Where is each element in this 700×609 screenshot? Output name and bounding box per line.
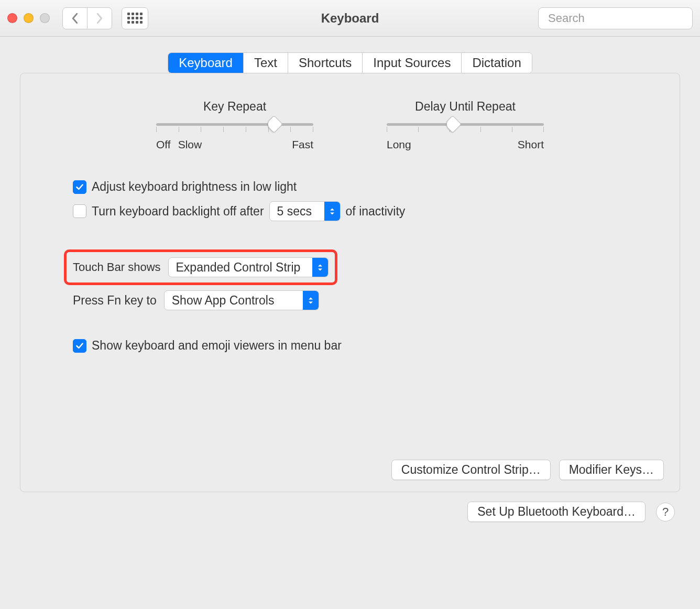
delay-repeat-title: Delay Until Repeat [387,100,544,114]
fn-key-popup[interactable]: Show App Controls [164,290,319,310]
chevron-left-icon [71,13,79,24]
titlebar: Keyboard [0,0,700,37]
grid-icon [127,13,143,24]
tab-row: Keyboard Text Shortcuts Input Sources Di… [4,52,696,73]
nav-group [62,7,112,29]
settings-panel: Key Repeat Off Slow Fast Delay Until Rep… [20,73,680,492]
delay-repeat-block: Delay Until Repeat Long Short [387,100,544,151]
fn-key-row: Press Fn key to Show App Controls [73,290,627,310]
chevron-right-icon [96,13,103,24]
key-repeat-slow-label: Slow [178,138,202,151]
chevron-down-icon [318,268,323,271]
backlight-timeout-value: 5 secs [277,204,319,219]
footer-row: Set Up Bluetooth Keyboard… ? [4,492,696,522]
search-field[interactable] [538,7,693,29]
touch-bar-popup[interactable]: Expanded Control Strip [168,257,329,277]
minimize-window-button[interactable] [24,13,34,23]
chevron-down-icon [308,301,313,304]
chevron-down-icon [330,212,335,215]
check-icon [75,341,84,351]
bluetooth-keyboard-button[interactable]: Set Up Bluetooth Keyboard… [467,502,646,522]
delay-repeat-slider[interactable] [387,123,544,132]
stepper-icon [324,202,340,221]
key-repeat-title: Key Repeat [156,100,313,114]
backlight-off-label-2: of inactivity [346,204,406,219]
adjust-brightness-label: Adjust keyboard brightness in low light [92,180,297,194]
key-repeat-block: Key Repeat Off Slow Fast [156,100,313,151]
window-controls [7,13,50,23]
show-all-button[interactable] [122,7,148,29]
key-repeat-fast-label: Fast [292,138,313,151]
window-title: Keyboard [321,11,379,26]
content-area: Keyboard Text Shortcuts Input Sources Di… [0,37,700,522]
sliders-row: Key Repeat Off Slow Fast Delay Until Rep… [73,100,627,151]
chevron-up-icon [330,208,335,211]
back-button[interactable] [62,7,88,29]
forward-button[interactable] [87,7,112,29]
touch-bar-highlighted-row: Touch Bar shows Expanded Control Strip [64,249,337,285]
touch-bar-label: Touch Bar shows [73,260,161,274]
touch-bar-value: Expanded Control Strip [176,260,307,275]
tabs: Keyboard Text Shortcuts Input Sources Di… [168,52,532,73]
chevron-up-icon [308,297,313,300]
panel-buttons: Customize Control Strip… Modifier Keys… [391,460,664,480]
modifier-keys-button[interactable]: Modifier Keys… [559,460,664,480]
close-window-button[interactable] [7,13,17,23]
check-icon [75,182,84,192]
delay-short-label: Short [518,138,544,151]
help-button[interactable]: ? [656,503,675,521]
stepper-icon [303,291,319,310]
show-viewers-row: Show keyboard and emoji viewers in menu … [73,339,627,353]
key-repeat-off-label: Off [156,138,171,151]
adjust-brightness-checkbox[interactable] [73,180,86,194]
backlight-timeout-popup[interactable]: 5 secs [269,201,341,221]
delay-long-label: Long [387,138,411,151]
search-input[interactable] [548,12,692,25]
backlight-off-checkbox[interactable] [73,204,86,218]
stepper-icon [312,258,328,277]
show-viewers-label: Show keyboard and emoji viewers in menu … [92,339,342,353]
fn-key-label: Press Fn key to [73,293,157,308]
show-viewers-checkbox[interactable] [73,339,86,353]
zoom-window-button [40,13,50,23]
key-repeat-slider[interactable] [156,123,313,132]
adjust-brightness-row: Adjust keyboard brightness in low light [73,180,627,194]
tab-keyboard[interactable]: Keyboard [168,53,244,73]
chevron-up-icon [318,264,323,267]
backlight-off-row: Turn keyboard backlight off after 5 secs… [73,201,627,221]
tab-shortcuts[interactable]: Shortcuts [288,53,363,73]
tab-input-sources[interactable]: Input Sources [363,53,462,73]
tab-dictation[interactable]: Dictation [462,53,531,73]
backlight-off-label-1: Turn keyboard backlight off after [92,204,264,219]
customize-control-strip-button[interactable]: Customize Control Strip… [391,460,551,480]
fn-key-value: Show App Controls [172,293,298,308]
tab-text[interactable]: Text [244,53,288,73]
